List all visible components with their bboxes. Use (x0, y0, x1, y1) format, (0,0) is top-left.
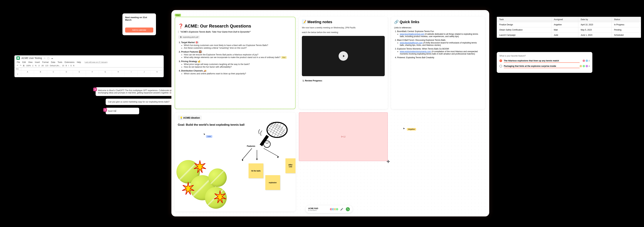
spreadsheet-title[interactable]: ACME User Testing (22, 57, 42, 60)
chat-text: Can you give us some marketing copy for … (108, 101, 170, 103)
add-to-calendar-button[interactable]: Add to calendar (125, 28, 153, 32)
meeting-notes-card[interactable]: 📝 Meeting notes We now have a weekly mee… (299, 17, 388, 109)
cell-reference[interactable]: F21 (14, 68, 21, 70)
tb-dec0[interactable]: .0 (38, 64, 40, 66)
card-heading: 📝 Meeting notes (302, 20, 385, 24)
menu-help[interactable]: Help (77, 61, 81, 64)
table-row[interactable]: Finalize DesignAngelineApril 10, 2023In … (497, 22, 641, 27)
menu-view[interactable]: View (28, 61, 32, 64)
tb-percent[interactable]: % (35, 64, 36, 66)
menu-edit[interactable]: Edit (22, 61, 26, 64)
radio-unselected[interactable] (500, 65, 502, 68)
meeting-line: We now have a weekly meeting on Wednesda… (302, 26, 385, 29)
tb-currency[interactable]: £ (32, 64, 33, 66)
file-icon (180, 36, 182, 38)
external-link[interactable]: www.explosivetennismoments.com (400, 50, 431, 53)
poll-question: What is your favorite feature? (500, 55, 590, 57)
reminder-card: Next meeting on 31st March Add to calend… (122, 14, 156, 35)
col-d[interactable]: D (60, 71, 73, 73)
svg-line-7 (268, 130, 281, 138)
col-f[interactable]: F (86, 71, 99, 73)
poll-count: 2 (582, 60, 590, 62)
tb-print[interactable]: 🖶 (23, 64, 25, 66)
svg-rect-14 (260, 135, 269, 146)
play-button[interactable] (338, 51, 348, 61)
member-count: 6 members (308, 210, 318, 211)
resize-handle[interactable]: ➕ (386, 160, 388, 162)
file-attachment[interactable]: exploding-pitch.pdf (178, 36, 200, 39)
star-icon[interactable]: ☆ (44, 57, 46, 60)
ideation-canvas[interactable]: Jude (175, 126, 296, 207)
menu-data[interactable]: Data (51, 61, 55, 64)
th-date[interactable]: Date by (578, 17, 612, 22)
external-link[interactable]: www.boomballzcentral.com (400, 33, 424, 35)
question-icon: ❓ (178, 24, 184, 28)
chat-bubble-reply: ✦ Sure! He (106, 108, 139, 114)
menu-file[interactable]: File (17, 61, 20, 64)
th-status[interactable]: Status (612, 17, 641, 22)
quick-links-card[interactable]: 🔗 Quick links Links to references: BoomB… (391, 17, 485, 109)
tb-italic[interactable]: I (68, 64, 69, 66)
col-k[interactable]: K (151, 71, 164, 73)
list-item: Product Features 🎇: How can we ensure th… (181, 50, 292, 59)
tb-textcolor[interactable]: A (73, 64, 74, 66)
reminder-title: Next meeting on 31st March (125, 16, 153, 21)
whiteboard[interactable]: Matt ❓ ACME: Our Research Questions "ACM… (172, 10, 489, 216)
mic-icon[interactable]: 🎤 (340, 208, 343, 210)
col-a[interactable]: A (21, 71, 34, 73)
menu-insert[interactable]: Insert (35, 61, 40, 64)
sticky-note[interactable]: hit the balls (248, 164, 263, 178)
tagline: "ACME's Explosive Tennis Balls: Take You… (178, 31, 292, 33)
col-e[interactable]: E (73, 71, 86, 73)
col-c[interactable]: C (47, 71, 60, 73)
poll-option[interactable]: Packaging that hints at the explosive su… (500, 65, 590, 68)
chat-text: Welcome to Moot's ChatGPT! The first mul… (98, 89, 182, 94)
tb-font[interactable]: Default (Ari... (50, 64, 60, 66)
tb-dec00[interactable]: .00 (41, 64, 44, 66)
sticky-note[interactable]: explosion (265, 175, 280, 190)
tb-redo[interactable]: ↷ (20, 64, 21, 66)
meeting-line: watch the below before the next meeting: (302, 31, 385, 34)
tb-strike[interactable]: S (70, 64, 72, 66)
selection-rectangle[interactable]: 9×12 ➕ (299, 112, 388, 161)
avatar[interactable] (336, 208, 338, 211)
menu-extensions[interactable]: Extensions (64, 61, 74, 64)
radio-selected[interactable] (500, 60, 502, 62)
tb-undo[interactable]: ↶ (17, 64, 18, 66)
menu-tools[interactable]: Tools (58, 61, 62, 64)
menu-format[interactable]: Format (42, 61, 49, 64)
tb-size[interactable]: 10 (62, 64, 64, 66)
agenda-item: Review Progress: (305, 80, 385, 82)
col-b[interactable]: B (34, 71, 47, 73)
ideation-card[interactable]: 💡 ACME-ideation Goal: Build the world's … (175, 112, 296, 212)
poll-count: 4 (580, 65, 590, 67)
tb-123[interactable]: 123 (45, 64, 48, 66)
cloud-icon[interactable]: ☁ (51, 57, 53, 60)
user-tag-jude: Jude (206, 135, 212, 138)
formula-bar[interactable] (21, 68, 164, 70)
col-h[interactable]: H (112, 71, 125, 73)
video-thumbnail[interactable] (302, 36, 385, 76)
poll-option[interactable]: The hilarious explosions that liven up a… (500, 60, 590, 62)
tb-bold[interactable]: B (66, 64, 67, 66)
external-link[interactable]: www.blastoballforum.com (400, 42, 422, 44)
col-j[interactable]: J (138, 71, 150, 73)
th-assigned[interactable]: Assigned (552, 17, 578, 22)
sticky-note[interactable]: differ colo (286, 158, 296, 173)
col-i[interactable]: I (125, 71, 138, 73)
tennis-ball (208, 168, 227, 187)
th-task[interactable]: Task (497, 17, 552, 22)
last-edit-label[interactable]: Last edit was on 27 January (85, 61, 108, 64)
tb-zoom[interactable]: 100% (26, 64, 31, 66)
table-row[interactable]: Launch CampaignJudeJune 1, 2023Scheduled (497, 32, 641, 38)
row-1[interactable]: 1 (14, 73, 164, 76)
presence-pill[interactable]: ACME R&D 6 members 🎤 (306, 205, 352, 213)
call-button[interactable] (346, 207, 350, 211)
poll-card: What is your favorite feature? The hilar… (497, 52, 592, 73)
col-g[interactable]: G (99, 71, 112, 73)
table-row[interactable]: Obtain Safety CertificationMattMay 5, 20… (497, 27, 641, 32)
research-questions-card[interactable]: ❓ ACME: Our Research Questions "ACME's E… (175, 17, 296, 109)
avatar-stack[interactable] (330, 208, 338, 211)
folder-icon[interactable]: ▢ (47, 57, 49, 60)
chat-bubble-user: Can you give us some marketing copy for … (106, 99, 176, 105)
